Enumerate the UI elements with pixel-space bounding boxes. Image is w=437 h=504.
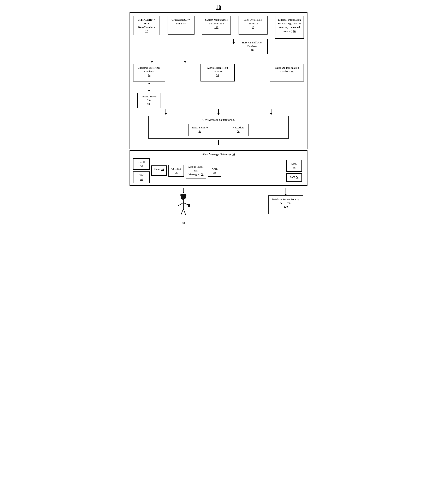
ratesgen-id: 34 [199,130,201,133]
generators-id: 32 [233,118,236,121]
html-node: HTML44 [133,171,149,183]
person-section: 58 [175,188,192,225]
sysmaint-id: 110 [214,26,218,29]
xml-id: 52 [213,171,216,174]
custpref-to-gen-arrow [158,109,174,115]
dbsecurity-node: Database Access Security Server/Site120 [268,195,303,214]
gw-right-col: SMS56 FAX 54 [286,160,302,181]
ratesinfo-column: Rates and Information Database 30 [270,64,304,81]
person-figure [175,193,192,220]
hosthandoff-node: Host Handoff Files Database16 [237,39,268,54]
xml-node: XML 52 [208,165,221,176]
svg-line-7 [183,209,186,215]
sms-node: SMS56 [286,160,302,171]
alertmsg-to-gen-arrow [210,109,227,115]
svg-rect-10 [188,204,190,207]
generators-label: Alert Message Generators 32 [152,118,285,122]
pager-node: Pager 46 [151,165,167,176]
diagram-title: 10 [129,4,308,10]
page: 10 CITIALERT™SITENon-Members 12 C [129,4,308,225]
mid-to-gen-arrows [133,109,304,115]
citialert-arrow [146,56,158,63]
gw-to-db-arrowhead [285,194,287,195]
generators-inner: Rates and Info 34 Host Alert36 [152,124,285,136]
mobilephone-id: 50 [201,173,203,176]
fax-id: 54 [296,175,298,179]
gw-left-col: e-mail42 HTML44 [133,158,149,183]
csrcall-node: CSR call48 [169,165,184,176]
arrowhead-down [233,42,235,44]
fax-node: FAX 54 [286,173,302,182]
gateways-id: 40 [232,153,235,156]
email-id: 42 [140,164,143,167]
alertmsg-column: Alert Message Text Database26 [200,64,235,81]
mobilephone-node: Mobile Phone Text Messaging 50 [186,163,206,178]
top-row: CITIALERT™SITENon-Members 12 CITIDIRECT™… [133,16,304,39]
external-node: External Information Servers (e.g., Inte… [275,16,304,39]
hostalert-id: 36 [237,130,240,133]
citidirect-label: CITIDIRECT™SITE [171,18,190,25]
generators-box: Alert Message Generators 32 Rates and In… [148,116,289,139]
bottom-row: 58 Database Access Security Server/Site1… [129,188,308,225]
ratesinfo-to-gen-arrow [263,109,279,115]
hostalert-node: Host Alert36 [228,124,248,136]
person-label: 58 [182,221,185,225]
citidirect-id: 14 [183,22,186,25]
citialert-node: CITIALERT™SITENon-Members 12 [133,16,160,35]
svg-line-6 [181,209,183,215]
backoffice-node: Back Office Host Processor18 [238,16,268,35]
reports-id: 100 [147,102,151,106]
arrow-backoffice-to-hosthandoff [233,39,234,42]
external-id: 28 [293,29,296,33]
sms-id: 56 [293,166,296,169]
gateways-inner: e-mail42 HTML44 Pager 46 CSR call48 Mobi… [133,158,304,183]
hosthandoff-id: 16 [251,48,254,51]
custpref-id: 24 [148,74,150,77]
reports-node: Reports Server/ Site100 [137,93,161,108]
gateways-label: Alert Message Gateways 40 [133,153,304,156]
gen-to-gw-arrow [133,140,304,145]
dbsecurity-id: 120 [284,205,288,208]
ratesinfo-id: 30 [291,70,293,73]
gw-to-db-line [286,188,286,194]
citidirect-node: CITIDIRECT™SITE 14 [168,16,195,35]
csrcall-id: 48 [175,171,178,174]
left-column: Customer Preference Database24 Reports S… [133,64,165,108]
connector-area [133,56,304,63]
gw-to-person-line [183,188,184,192]
custpref-node: Customer Preference Database24 [133,64,165,81]
dbsecurity-section: Database Access Security Server/Site120 [268,188,303,214]
citialert-id: 12 [145,29,148,33]
gw-to-person-arrowhead [182,192,184,193]
custpref-reports-arrow [148,83,150,92]
citialert-label: CITIALERT™SITENon-Members [138,18,155,29]
svg-line-5 [183,203,188,205]
backoffice-id: 18 [252,26,254,29]
alertmsg-node: Alert Message Text Database26 [200,64,235,81]
alertmsg-id: 26 [216,74,219,77]
sysmaint-node: System Maintenance Servever/Site110 [202,16,231,35]
html-id: 44 [140,178,143,181]
ratesinfo-node: Rates and Information Database 30 [270,64,304,81]
pager-id: 46 [161,168,164,171]
hosthandoff-row: Host Handoff Files Database16 [133,39,304,54]
email-node: e-mail42 [133,158,149,170]
mid-row: Customer Preference Database24 Reports S… [133,64,304,108]
citidirect-arrow [179,56,191,63]
svg-line-4 [178,203,183,206]
svg-rect-9 [181,194,185,196]
ratesgen-node: Rates and Info 34 [189,124,211,136]
gateways-section: Alert Message Gateways 40 e-mail42 HTML4… [129,150,308,186]
